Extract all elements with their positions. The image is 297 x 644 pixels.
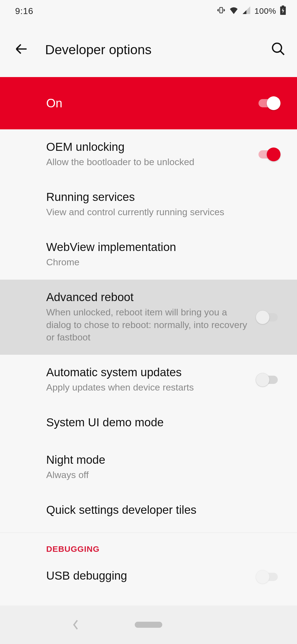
svg-rect-0 [220,7,222,13]
row-title: WebView implementation [46,241,280,254]
status-bar: 9:16 100% [0,0,297,22]
app-bar: Developer options [0,22,297,77]
back-arrow-icon[interactable] [14,41,29,58]
row-subtitle: Apply updates when device restarts [46,381,250,394]
vibrate-icon [217,6,225,16]
usb-debugging-switch[interactable] [256,570,280,584]
row-title: USB debugging [46,569,250,582]
row-title: OEM unlocking [46,140,250,154]
cell-signal-icon [242,6,251,16]
nav-home-pill[interactable] [135,622,162,628]
row-usb-debugging[interactable]: USB debugging [0,558,297,585]
battery-charging-icon [280,6,286,17]
row-subtitle: Always off [46,469,280,481]
wifi-icon [229,6,238,16]
status-right: 100% [217,6,286,17]
master-toggle-label: On [46,96,62,110]
advanced-reboot-switch[interactable] [256,310,280,324]
row-running-services[interactable]: Running services View and control curren… [0,179,297,230]
page-title: Developer options [45,42,255,57]
status-time: 9:16 [15,6,33,16]
row-title: System UI demo mode [46,416,280,429]
row-advanced-reboot[interactable]: Advanced reboot When unlocked, reboot it… [0,280,297,355]
row-title: Night mode [46,453,280,466]
section-header-debugging: DEBUGGING [0,533,297,558]
battery-percentage: 100% [254,6,276,16]
row-oem-unlocking[interactable]: OEM unlocking Allow the bootloader to be… [0,129,297,179]
row-title: Advanced reboot [46,291,250,304]
row-subtitle: Allow the bootloader to be unlocked [46,156,250,168]
search-icon[interactable] [271,41,286,58]
svg-rect-2 [282,6,284,7]
row-subtitle: Chrome [46,256,280,269]
settings-list: OEM unlocking Allow the bootloader to be… [0,129,297,585]
nav-back-icon[interactable] [72,619,80,631]
row-webview-implementation[interactable]: WebView implementation Chrome [0,230,297,280]
automatic-updates-switch[interactable] [256,373,280,387]
row-night-mode[interactable]: Night mode Always off [0,442,297,492]
oem-unlocking-switch[interactable] [256,148,280,161]
master-toggle-banner[interactable]: On [0,77,297,129]
row-title: Quick settings developer tiles [46,503,280,517]
svg-point-3 [273,43,282,52]
row-title: Automatic system updates [46,366,250,379]
row-automatic-system-updates[interactable]: Automatic system updates Apply updates w… [0,355,297,405]
master-toggle-switch[interactable] [256,96,280,110]
system-nav-bar [0,605,297,644]
row-subtitle: When unlocked, reboot item will bring yo… [46,306,250,344]
row-subtitle: View and control currently running servi… [46,206,280,219]
row-system-ui-demo-mode[interactable]: System UI demo mode [0,405,297,442]
row-title: Running services [46,190,280,204]
row-quick-settings-tiles[interactable]: Quick settings developer tiles [0,492,297,530]
